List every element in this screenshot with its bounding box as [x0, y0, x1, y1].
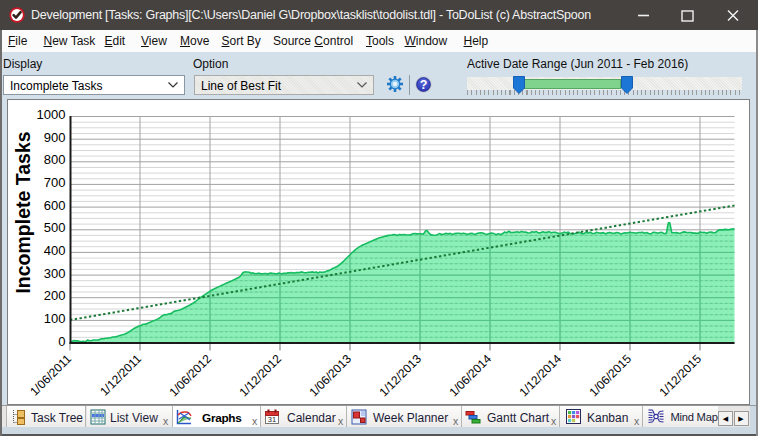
svg-text:Incomplete Tasks: Incomplete Tasks: [12, 131, 34, 293]
svg-text:700: 700: [44, 175, 66, 190]
svg-text:1/06/2011: 1/06/2011: [27, 351, 74, 398]
svg-text:400: 400: [44, 243, 66, 258]
svg-text:1/12/2014: 1/12/2014: [516, 351, 564, 399]
svg-text:1/06/2015: 1/06/2015: [586, 351, 634, 399]
svg-text:300: 300: [44, 266, 66, 281]
svg-text:600: 600: [44, 198, 66, 213]
svg-text:1/12/2011: 1/12/2011: [97, 351, 144, 398]
svg-text:200: 200: [44, 288, 66, 303]
svg-text:1/12/2013: 1/12/2013: [376, 351, 424, 399]
svg-text:100: 100: [44, 311, 66, 326]
svg-text:1/06/2013: 1/06/2013: [306, 351, 354, 399]
svg-text:31: 31: [268, 415, 276, 424]
svg-text:800: 800: [44, 152, 66, 167]
svg-text:1/06/2012: 1/06/2012: [166, 351, 214, 399]
svg-text:0: 0: [58, 334, 65, 349]
svg-text:?: ?: [420, 78, 428, 92]
svg-text:500: 500: [44, 220, 66, 235]
svg-text:1000: 1000: [37, 107, 66, 122]
svg-text:900: 900: [44, 130, 66, 145]
svg-text:1/12/2012: 1/12/2012: [236, 351, 284, 399]
svg-text:1/12/2015: 1/12/2015: [656, 351, 704, 399]
svg-text:1/06/2014: 1/06/2014: [446, 351, 494, 399]
